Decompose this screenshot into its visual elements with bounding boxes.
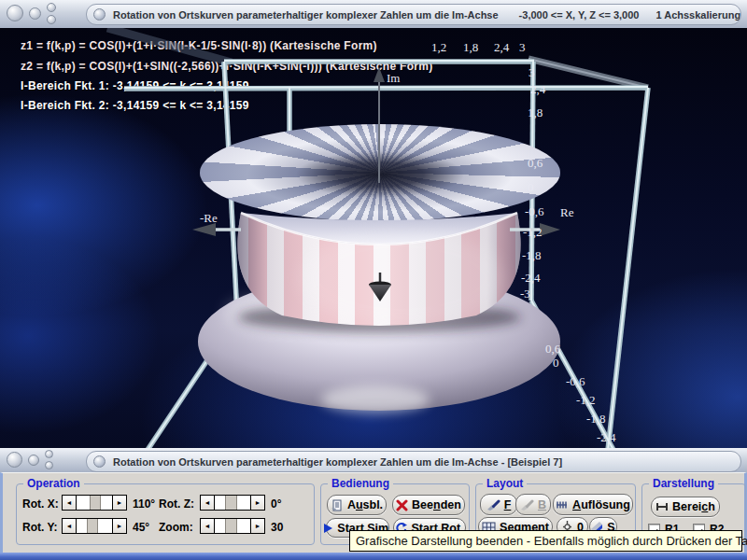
tick-labels-front-edge: 0,6 0 -0,6 -1,2 -1,8 -2,4 bbox=[545, 342, 616, 444]
window-button-small-top[interactable] bbox=[47, 3, 56, 12]
scroll-track[interactable] bbox=[77, 519, 112, 533]
scroll-track[interactable] bbox=[215, 519, 250, 533]
zoom-label: Zoom: bbox=[159, 521, 193, 534]
tick-label: 0,6 bbox=[528, 156, 543, 170]
scroll-right-icon[interactable]: ► bbox=[112, 519, 126, 533]
tick-label: -1,2 bbox=[576, 393, 596, 407]
scroll-thumb[interactable] bbox=[225, 519, 237, 533]
close-x-icon bbox=[396, 499, 408, 511]
rot-z-scrollbar[interactable]: ◄ ► bbox=[200, 495, 265, 511]
tick-label: 3 bbox=[519, 40, 526, 54]
scroll-thumb[interactable] bbox=[87, 519, 97, 533]
scroll-left-icon[interactable]: ◄ bbox=[201, 519, 215, 533]
scroll-thumb[interactable] bbox=[225, 496, 237, 510]
window-button-large[interactable] bbox=[7, 5, 23, 21]
aufloesung-button[interactable]: Auflösung bbox=[553, 494, 633, 515]
axis-unit-info: 1 Achsskalierungseinh... bbox=[655, 9, 741, 21]
tick-label: 2,4 bbox=[530, 82, 546, 96]
tick-label: -0,6 bbox=[566, 374, 585, 388]
button-label: Ausbl. bbox=[347, 498, 383, 511]
application-window: Rotation von Ortskurven parameterhaltige… bbox=[0, 0, 747, 560]
titlebar-caption: Rotation von Ortskurven parameterhaltige… bbox=[86, 451, 741, 472]
button-label: Beenden bbox=[412, 498, 461, 511]
button-label: B bbox=[538, 498, 546, 511]
group-operation: Operation Rot. X: ◄ ► 110° Rot. Z: ◄ ► 0… bbox=[16, 483, 315, 545]
scroll-right-icon[interactable]: ► bbox=[250, 519, 264, 533]
tick-label: -1,8 bbox=[522, 248, 542, 262]
scroll-left-icon[interactable]: ◄ bbox=[63, 519, 77, 533]
titlebar-caption: Rotation von Ortskurven parameterhaltige… bbox=[86, 4, 741, 25]
button-label: F bbox=[504, 498, 512, 511]
rot-y-scrollbar[interactable]: ◄ ► bbox=[62, 518, 127, 534]
zoom-value: 30 bbox=[271, 521, 283, 534]
rot-z-value: 0° bbox=[271, 497, 281, 511]
re-axis-arrow-right-icon bbox=[540, 223, 560, 236]
re-axis-label: Re bbox=[560, 205, 574, 219]
tick-label: -3 bbox=[520, 287, 530, 301]
rot-y-label: Rot. Y: bbox=[22, 521, 58, 534]
rot-z-label: Rot. Z: bbox=[159, 497, 194, 511]
window-button-small-bottom[interactable] bbox=[47, 15, 56, 24]
tick-label: 1,8 bbox=[463, 40, 478, 54]
window-bottom-edge bbox=[0, 553, 747, 560]
tick-label: 0 bbox=[553, 356, 559, 370]
group-title: Darstellung bbox=[649, 477, 718, 490]
tick-label: -0,6 bbox=[525, 204, 544, 218]
beenden-button[interactable]: Beenden bbox=[392, 495, 465, 515]
tick-label: 1,8 bbox=[528, 105, 543, 119]
surfaces-and-axes: Im -Re Re 1,2 1,8 2,4 3 3 2,4 1,8 0,6 bbox=[0, 28, 747, 448]
3d-viewport[interactable]: z1 = f(k,p) = COS(I)+(1+I·SIN(I-K-1/5·SI… bbox=[0, 28, 747, 448]
play-icon bbox=[323, 523, 333, 534]
tick-label: 0 bbox=[528, 180, 534, 194]
tick-label: 0,6 bbox=[545, 342, 561, 356]
window-button-small-top[interactable] bbox=[45, 450, 53, 458]
im-axis-label: Im bbox=[387, 71, 400, 85]
brush-disabled-icon bbox=[520, 498, 534, 511]
tick-label: 1,2 bbox=[431, 40, 446, 54]
rot-x-value: 110° bbox=[133, 497, 155, 511]
rot-y-value: 45° bbox=[133, 521, 149, 534]
window-button-medium[interactable] bbox=[29, 7, 41, 20]
resolution-icon bbox=[556, 499, 569, 511]
scroll-left-icon[interactable]: ◄ bbox=[63, 496, 77, 510]
graphics-window-titlebar: Rotation von Ortskurven parameterhaltige… bbox=[0, 0, 747, 29]
group-title: Layout bbox=[483, 477, 527, 490]
tick-labels-right-axis: 3 2,4 1,8 0,6 0 -0,6 -1,2 -1,8 -2,4 -3 bbox=[520, 65, 546, 301]
group-title: Operation bbox=[23, 477, 84, 490]
scroll-track[interactable] bbox=[215, 496, 250, 510]
window-button-large[interactable] bbox=[7, 452, 22, 468]
tick-labels-top: 1,2 1,8 2,4 3 bbox=[431, 40, 526, 54]
re-negative-label: -Re bbox=[200, 211, 218, 225]
button-label: Bereich bbox=[672, 500, 715, 513]
window-icon bbox=[93, 8, 106, 21]
tick-label: 3 bbox=[529, 65, 535, 79]
window-title: Rotation von Ortskurven parameterhaltige… bbox=[113, 9, 499, 21]
re-axis-arrow-left-icon bbox=[192, 223, 216, 236]
scroll-track[interactable] bbox=[77, 496, 112, 510]
zoom-scrollbar[interactable]: ◄ ► bbox=[200, 518, 265, 534]
window-button-medium[interactable] bbox=[28, 455, 39, 466]
range-icon bbox=[655, 501, 669, 512]
bereich-button[interactable]: Bereich bbox=[651, 497, 720, 517]
rot-x-scrollbar[interactable]: ◄ ► bbox=[62, 495, 127, 511]
scroll-left-icon[interactable]: ◄ bbox=[201, 496, 215, 510]
axis-range-info: -3,000 <= X, Y, Z <= 3,000 bbox=[519, 9, 640, 21]
scroll-thumb[interactable] bbox=[90, 496, 100, 510]
control-window-titlebar: Rotation von Ortskurven parameterhaltige… bbox=[0, 448, 747, 473]
ausblenden-button[interactable]: Ausbl. bbox=[327, 495, 387, 515]
tick-label: 2,4 bbox=[494, 40, 510, 54]
tick-label: -2,4 bbox=[597, 430, 616, 444]
farbe-button[interactable]: F bbox=[480, 494, 517, 515]
disc-highlight-bottom bbox=[321, 385, 430, 413]
tick-label: -1,2 bbox=[523, 225, 543, 239]
scroll-right-icon[interactable]: ► bbox=[250, 496, 264, 510]
hintergrund-button[interactable]: B bbox=[515, 494, 551, 515]
button-label: Auflösung bbox=[572, 498, 630, 511]
window-button-small-bottom[interactable] bbox=[45, 461, 53, 469]
window-title: Rotation von Ortskurven parameterhaltige… bbox=[113, 456, 562, 468]
rot-x-label: Rot. X: bbox=[22, 497, 59, 511]
window-icon bbox=[93, 455, 106, 468]
tick-label: -2,4 bbox=[521, 271, 541, 285]
tooltip: Grafische Darstellung beenden - Ebenfall… bbox=[349, 530, 742, 552]
scroll-right-icon[interactable]: ► bbox=[112, 496, 126, 510]
